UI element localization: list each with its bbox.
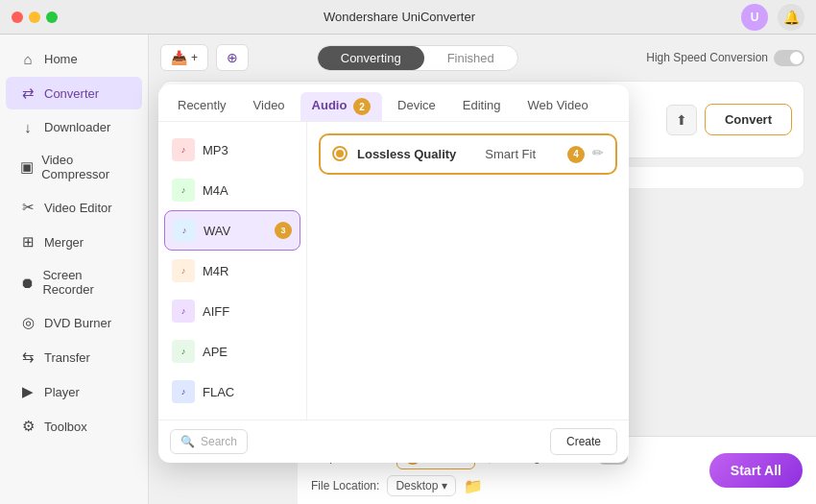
tab-finished-label: Finished [447,51,494,65]
aiff-icon: ♪ [172,300,195,323]
titlebar: Wondershare UniConverter U 🔔 [0,0,816,35]
main-content: 📥 + ⊕ Converting Finished High Speed Con… [149,35,816,504]
format-item-ape[interactable]: ♪ APE [158,331,306,372]
file-action-icon[interactable]: ⬆ [666,105,697,135]
file-location-value: Desktop [396,479,438,492]
quality-radio [332,146,348,161]
sidebar-label-dvd: DVD Burner [44,316,111,330]
file-location-label: File Location: [311,479,379,492]
quality-lossless[interactable]: Lossless Quality Smart Fit 4 ✏ [319,133,617,175]
bell-icon[interactable]: 🔔 [778,4,804,31]
sidebar-item-screen-recorder[interactable]: ⏺ Screen Recorder [6,260,142,304]
dvd-icon: ◎ [19,314,36,331]
format-dropdown: Recently Video Audio 2 Device Editing We… [158,84,629,463]
format-item-mp3[interactable]: ♪ MP3 [158,130,306,170]
dropdown-tab-editing-label: Editing [463,98,501,112]
speed-label: High Speed Conversion [646,51,768,64]
sidebar-item-downloader[interactable]: ↓ Downloader [6,111,142,143]
create-button[interactable]: Create [550,428,617,455]
dropdown-tab-device-label: Device [397,98,436,112]
format-label-flac: FLAC [203,385,234,399]
sidebar-label-recorder: Screen Recorder [42,268,129,297]
titlebar-icons: U 🔔 [741,4,804,31]
sidebar-item-home[interactable]: ⌂ Home [6,43,142,75]
format-item-m4r[interactable]: ♪ M4R [158,251,306,291]
file-location-select[interactable]: Desktop ▾ [387,475,456,496]
dropdown-tab-video-label: Video [253,98,285,112]
format-item-wav[interactable]: ♪ WAV 3 [164,210,300,251]
format-label-m4a: M4A [203,183,228,198]
wav-icon: ♪ [173,219,196,242]
add-files-button[interactable]: 📥 + [160,44,208,71]
edit-icon[interactable]: ✏ [592,145,604,160]
sidebar-label-home: Home [44,52,78,66]
sidebar-label-editor: Video Editor [44,201,112,215]
start-all-button[interactable]: Start All [709,453,803,488]
search-placeholder: Search [201,435,237,448]
speed-toggle: High Speed Conversion [646,50,804,66]
folder-icon[interactable]: 📁 [464,477,483,495]
sidebar-item-dvd-burner[interactable]: ◎ DVD Burner [6,306,142,339]
dropdown-tab-editing[interactable]: Editing [451,92,513,121]
converter-icon: ⇄ [19,84,36,102]
dropdown-tab-device[interactable]: Device [386,92,447,121]
screen-icon: ⊕ [227,50,238,65]
sidebar-item-player[interactable]: ▶ Player [6,375,142,408]
editor-icon: ✂ [19,199,36,216]
user-avatar[interactable]: U [741,4,768,31]
minimize-button[interactable] [29,12,40,23]
dropdown-tab-web-video-label: Web Video [528,98,588,112]
sidebar-item-video-compressor[interactable]: ▣ Video Compressor [6,145,142,189]
m4a-icon: ♪ [172,179,195,202]
format-item-aiff[interactable]: ♪ AIFF [158,291,306,331]
sidebar-item-converter[interactable]: ⇄ Converter [6,77,142,109]
format-label-m4r: M4R [203,264,228,278]
format-item-flac[interactable]: ♪ FLAC [158,372,306,412]
compressor-icon: ▣ [19,158,34,176]
m4r-icon: ♪ [172,259,195,282]
dropdown-body: ♪ MP3 ♪ M4A ♪ WAV 3 ♪ M4R [158,122,629,420]
dropdown-tab-audio[interactable]: Audio 2 [300,92,382,121]
flac-icon: ♪ [172,380,195,403]
convert-button[interactable]: Convert [705,104,792,135]
format-label-wav: WAV [204,224,230,238]
sidebar: ⌂ Home ⇄ Converter ↓ Downloader ▣ Video … [0,35,149,504]
toolbox-icon: ⚙ [19,418,36,435]
quality-info: Lossless Quality [357,147,456,161]
close-button[interactable] [12,12,23,23]
dropdown-tab-video[interactable]: Video [242,92,297,121]
screen-record-button[interactable]: ⊕ [216,44,249,71]
sidebar-label-downloader: Downloader [44,120,110,134]
ape-icon: ♪ [172,340,195,363]
sidebar-item-transfer[interactable]: ⇆ Transfer [6,341,142,373]
audio-badge: 2 [353,98,371,115]
app-body: ⌂ Home ⇄ Converter ↓ Downloader ▣ Video … [0,35,816,504]
format-label-ape: APE [203,345,228,359]
sidebar-item-toolbox[interactable]: ⚙ Toolbox [6,410,142,443]
sidebar-label-converter: Converter [44,86,99,101]
dropdown-tab-web-video[interactable]: Web Video [516,92,600,121]
tab-group: Converting Finished [317,45,518,71]
sidebar-item-video-editor[interactable]: ✂ Video Editor [6,191,142,224]
search-icon: 🔍 [180,435,195,448]
maximize-button[interactable] [46,12,58,23]
quality-badge-num: 4 [567,146,585,163]
top-toolbar: 📥 + ⊕ Converting Finished High Speed Con… [160,44,804,71]
speed-toggle-switch[interactable] [774,50,804,66]
dropdown-tab-recently[interactable]: Recently [166,92,238,121]
dropdown-tab-recently-label: Recently [178,98,227,112]
format-item-m4a[interactable]: ♪ M4A [158,170,306,210]
tab-converting[interactable]: Converting [318,46,424,70]
quality-badge-area: 4 ✏ [567,145,604,163]
merger-icon: ⊞ [19,233,36,251]
tab-finished[interactable]: Finished [424,46,517,70]
player-icon: ▶ [19,383,36,400]
search-box[interactable]: 🔍 Search [170,429,248,454]
window-controls[interactable] [12,12,58,23]
wav-badge: 3 [275,222,292,239]
sidebar-item-merger[interactable]: ⊞ Merger [6,226,142,258]
file-location-row: File Location: Desktop ▾ 📁 [311,475,628,496]
file-actions: ⬆ Convert [666,104,792,135]
format-list: ♪ MP3 ♪ M4A ♪ WAV 3 ♪ M4R [158,122,307,420]
dropdown-tab-audio-label: Audio [312,98,348,112]
